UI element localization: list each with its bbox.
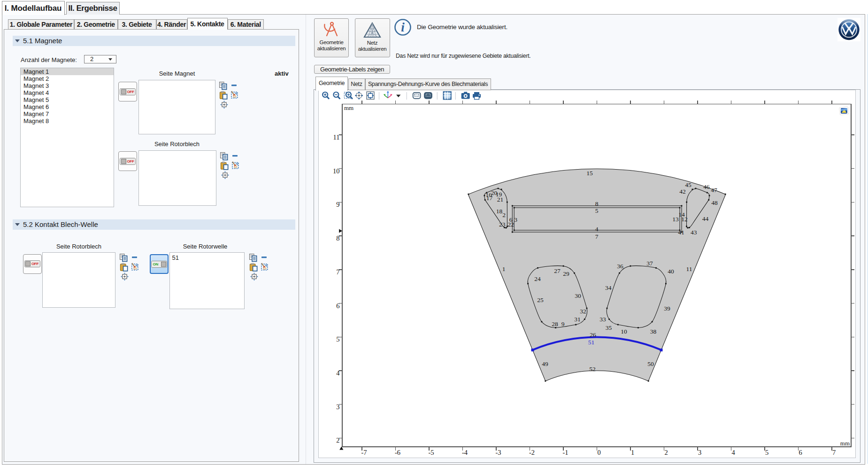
svg-text:9: 9 <box>336 201 339 208</box>
svg-text:18: 18 <box>496 208 503 215</box>
svg-text:51: 51 <box>588 339 595 346</box>
svg-text:0: 0 <box>597 449 600 456</box>
svg-text:2: 2 <box>502 211 506 218</box>
svg-text:1: 1 <box>631 449 634 456</box>
svg-text:4: 4 <box>731 449 735 456</box>
svg-text:45: 45 <box>685 181 691 188</box>
svg-text:8: 8 <box>336 234 339 242</box>
svg-text:46: 46 <box>703 183 710 190</box>
svg-text:11: 11 <box>686 265 692 272</box>
svg-text:47: 47 <box>711 187 717 194</box>
svg-text:24: 24 <box>534 275 541 282</box>
svg-text:7: 7 <box>336 268 339 276</box>
svg-text:30: 30 <box>575 292 581 299</box>
svg-text:5: 5 <box>765 449 768 456</box>
svg-text:-2: -2 <box>529 449 535 456</box>
svg-text:-4: -4 <box>462 449 468 456</box>
svg-text:33: 33 <box>599 316 606 323</box>
svg-text:35: 35 <box>606 324 612 331</box>
svg-text:mm: mm <box>840 440 850 447</box>
svg-text:10: 10 <box>621 328 627 335</box>
svg-text:7: 7 <box>832 449 836 456</box>
svg-text:42: 42 <box>679 188 686 195</box>
svg-text:7: 7 <box>595 233 599 240</box>
svg-text:21: 21 <box>497 196 504 203</box>
svg-text:22: 22 <box>508 221 515 228</box>
svg-text:6: 6 <box>336 302 339 310</box>
svg-text:49: 49 <box>542 360 548 367</box>
svg-text:3: 3 <box>514 216 517 223</box>
svg-text:-1: -1 <box>562 449 568 456</box>
svg-text:4: 4 <box>336 369 340 377</box>
svg-text:29: 29 <box>563 270 569 277</box>
svg-text:8: 8 <box>595 200 599 207</box>
svg-text:26: 26 <box>590 331 596 338</box>
svg-text:5: 5 <box>336 335 339 343</box>
svg-text:6: 6 <box>799 449 802 456</box>
svg-text:25: 25 <box>537 296 544 304</box>
svg-text:27: 27 <box>554 267 561 274</box>
svg-text:34: 34 <box>605 284 612 291</box>
svg-text:50: 50 <box>647 360 654 367</box>
svg-text:-7: -7 <box>361 449 367 456</box>
svg-text:23: 23 <box>499 221 506 228</box>
svg-text:40: 40 <box>668 268 674 275</box>
svg-text:3: 3 <box>698 449 701 456</box>
svg-text:11: 11 <box>333 133 340 141</box>
svg-text:2: 2 <box>336 436 339 444</box>
svg-text:mm: mm <box>344 104 353 111</box>
svg-text:1: 1 <box>502 265 506 272</box>
svg-text:31: 31 <box>574 316 581 323</box>
svg-text:52: 52 <box>589 366 596 373</box>
svg-text:-3: -3 <box>495 449 501 456</box>
svg-text:3: 3 <box>336 403 339 411</box>
svg-text:17: 17 <box>486 195 493 202</box>
svg-text:41: 41 <box>678 229 684 236</box>
svg-text:39: 39 <box>664 305 670 312</box>
svg-text:9: 9 <box>561 320 565 327</box>
svg-text:48: 48 <box>711 199 718 206</box>
svg-text:37: 37 <box>646 260 653 267</box>
svg-text:5: 5 <box>595 207 599 214</box>
svg-text:36: 36 <box>617 263 623 270</box>
svg-text:-5: -5 <box>428 449 434 456</box>
svg-text:44: 44 <box>702 215 709 222</box>
svg-text:28: 28 <box>552 320 558 327</box>
svg-text:2: 2 <box>664 449 668 456</box>
svg-text:43: 43 <box>691 229 697 236</box>
svg-text:12: 12 <box>681 216 688 223</box>
svg-text:-6: -6 <box>395 449 400 456</box>
svg-text:32: 32 <box>580 308 586 315</box>
svg-text:38: 38 <box>650 328 657 335</box>
svg-text:4: 4 <box>595 226 599 233</box>
svg-text:13: 13 <box>672 216 679 223</box>
svg-text:15: 15 <box>586 170 593 177</box>
svg-text:10: 10 <box>333 167 340 175</box>
